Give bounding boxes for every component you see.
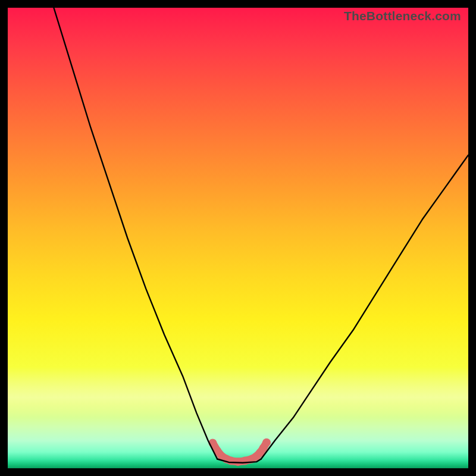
curve-left-curve xyxy=(54,8,217,459)
bottleneck-dot xyxy=(262,439,271,447)
plot-area: TheBottleneck.com xyxy=(8,8,468,468)
curve-layer xyxy=(8,8,468,468)
watermark-text: TheBottleneck.com xyxy=(344,9,461,23)
curve-right-curve xyxy=(261,155,468,459)
chart-stage: TheBottleneck.com xyxy=(0,0,476,476)
